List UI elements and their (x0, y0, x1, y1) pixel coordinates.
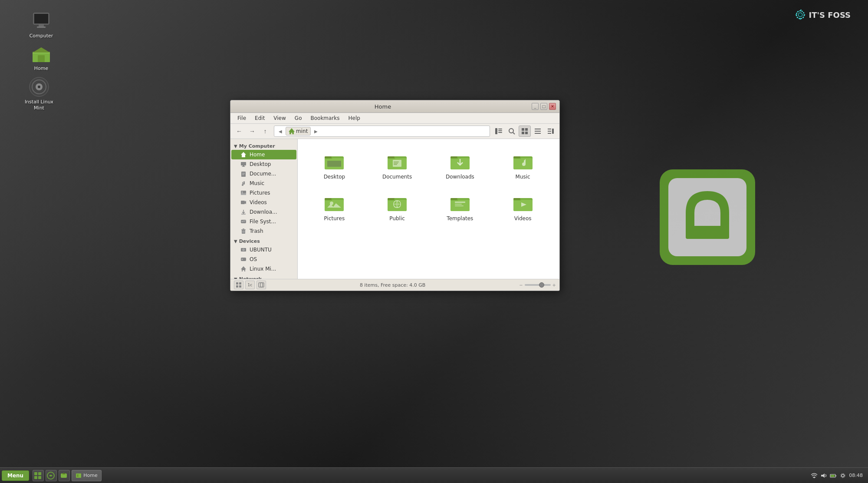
window-controls: _ □ ✕ (532, 103, 556, 110)
sidebar-item-pictures[interactable]: Pictures (231, 188, 296, 198)
svg-rect-53 (241, 229, 246, 230)
desktop-icon-install[interactable]: Install Linux Mint (22, 75, 56, 113)
sidebar-item-linuxmint[interactable]: Linux Mi... (231, 264, 296, 274)
sidebar-item-documents[interactable]: Docume... (231, 169, 296, 179)
taskbar-window-item[interactable]: Home (72, 470, 101, 481)
statusbar-btn-3[interactable] (256, 281, 266, 289)
sidebar-item-music[interactable]: Music (231, 179, 296, 188)
sidebar-section-devices[interactable]: ▼ Devices (230, 236, 297, 245)
file-item-desktop[interactable]: Desktop (305, 146, 364, 184)
desktop-icon-computer[interactable]: Computer (24, 9, 59, 41)
svg-rect-103 (450, 198, 457, 200)
location-label: mint (296, 128, 308, 134)
videos-sidebar-icon (240, 199, 247, 206)
sidebar-section-my-computer[interactable]: ▼ My Computer (230, 141, 297, 150)
svg-rect-32 (548, 131, 551, 132)
volume-tray-icon[interactable] (820, 472, 827, 479)
menu-file[interactable]: File (234, 114, 250, 122)
up-button[interactable]: ↑ (259, 126, 271, 137)
location-home-button[interactable]: mint (286, 127, 311, 136)
taskbar-systray: 08:48 (811, 472, 866, 479)
sidebar-home-label: Home (250, 152, 265, 158)
forward-button[interactable]: → (246, 126, 258, 137)
settings-tray-icon[interactable] (839, 472, 846, 479)
minimize-button[interactable]: _ (532, 103, 539, 110)
toolbar: ← → ↑ ◀ mint ▶ (230, 124, 559, 139)
location-bar: ◀ mint ▶ (274, 126, 490, 137)
zoom-plus[interactable]: + (552, 283, 556, 288)
sidebar-trash-label: Trash (250, 228, 263, 234)
list-view-button[interactable] (532, 126, 544, 137)
statusbar-icon-3 (258, 282, 264, 288)
downloads-sidebar-icon (240, 208, 247, 215)
back-button[interactable]: ← (233, 126, 245, 137)
more-view-button[interactable] (545, 126, 557, 137)
svg-rect-20 (498, 130, 502, 131)
file-item-public[interactable]: Public (368, 188, 427, 226)
svg-rect-116 (260, 283, 264, 287)
desktop-icon-home[interactable]: Home (24, 41, 59, 73)
file-item-pictures[interactable]: Pictures (305, 188, 364, 226)
home-location-icon (289, 128, 295, 134)
svg-point-60 (243, 249, 244, 250)
taskbar-quicklaunch-2[interactable] (46, 470, 57, 481)
folder-documents-icon (387, 150, 408, 171)
statusbar-btn-2[interactable]: 1c (245, 281, 255, 289)
statusbar-btn-1[interactable] (234, 281, 243, 289)
statusbar-icon-1 (236, 282, 242, 288)
sidebar-item-home[interactable]: Home (231, 150, 296, 159)
menu-edit[interactable]: Edit (251, 114, 268, 122)
menu-help[interactable]: Help (345, 114, 364, 122)
taskbar-menu-button[interactable]: Menu (2, 470, 29, 481)
sidebar-item-os[interactable]: OS (231, 255, 296, 264)
search-button[interactable] (506, 126, 518, 137)
svg-rect-79 (394, 162, 399, 162)
maximize-button[interactable]: □ (540, 103, 547, 110)
taskbar-quicklaunch-1[interactable] (33, 470, 44, 481)
sidebar-item-filesystem[interactable]: File Syst... (231, 217, 296, 226)
linuxmint-sidebar-icon (240, 265, 247, 272)
location-next-button[interactable]: ▶ (312, 127, 320, 136)
toggle-sidebar-button[interactable] (493, 126, 505, 137)
file-item-downloads[interactable]: Downloads (431, 146, 490, 184)
sidebar-section-network[interactable]: ▼ Network (230, 274, 297, 279)
sidebar-music-label: Music (250, 180, 264, 186)
file-templates-label: Templates (447, 215, 473, 222)
menu-bookmarks[interactable]: Bookmarks (307, 114, 343, 122)
taskbar-items: Home (33, 470, 811, 481)
location-prev-button[interactable]: ◀ (276, 127, 285, 136)
svg-rect-72 (325, 156, 332, 158)
folder-pictures-icon (324, 192, 345, 213)
sidebar-item-ubuntu[interactable]: UBUNTU (231, 245, 296, 255)
fm-icon (76, 473, 82, 479)
file-item-documents[interactable]: Documents (368, 146, 427, 184)
menu-view[interactable]: View (270, 114, 289, 122)
network-tray-icon[interactable] (811, 472, 818, 479)
svg-rect-21 (498, 132, 502, 133)
install-label: Install Linux Mint (23, 99, 55, 112)
sidebar-item-downloads[interactable]: Downloa... (231, 207, 296, 217)
svg-point-50 (242, 221, 243, 222)
desktop-sidebar-icon (240, 161, 247, 168)
close-button[interactable]: ✕ (549, 103, 556, 110)
slider-track[interactable] (525, 284, 551, 286)
taskbar-quicklaunch-3[interactable] (59, 470, 70, 481)
statusbar-left: 1c (234, 281, 266, 289)
file-public-label: Public (389, 215, 405, 222)
file-item-templates[interactable]: Templates (431, 188, 490, 226)
svg-point-62 (242, 259, 243, 260)
sidebar-item-videos[interactable]: Videos (231, 198, 296, 207)
zoom-minus[interactable]: − (519, 283, 523, 288)
trash-sidebar-icon (240, 228, 247, 235)
file-item-videos[interactable]: Videos (493, 188, 552, 226)
status-text: 8 items, Free space: 4.0 GB (360, 282, 425, 288)
sidebar-item-desktop[interactable]: Desktop (231, 159, 296, 169)
icon-view-icon (521, 128, 528, 135)
file-item-music[interactable]: Music (493, 146, 552, 184)
sidebar-item-trash[interactable]: Trash (231, 226, 296, 236)
foss-gear-icon (794, 9, 806, 21)
svg-rect-16 (668, 178, 746, 256)
menu-go[interactable]: Go (291, 114, 306, 122)
icon-view-button[interactable] (519, 126, 531, 137)
taskbar-clock: 08:48 (849, 473, 863, 478)
